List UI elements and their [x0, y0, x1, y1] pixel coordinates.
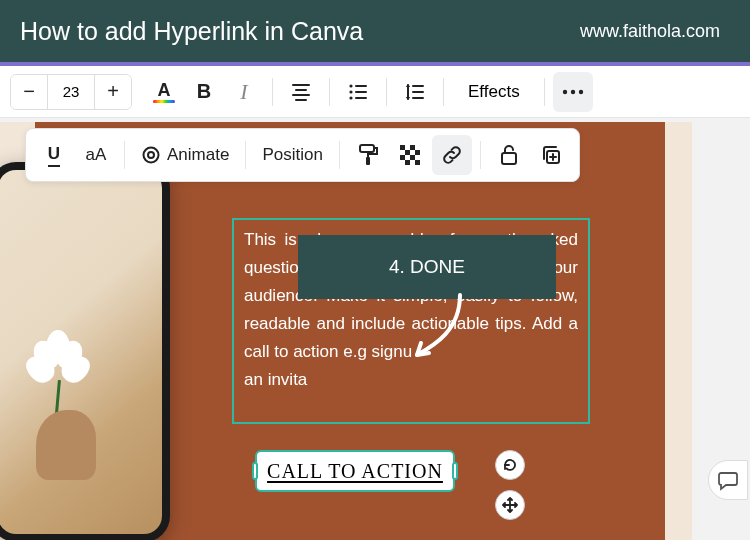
svg-rect-14 [400, 155, 405, 160]
unlock-icon [499, 144, 519, 166]
design-stage[interactable]: — — — — — This is where you add a freque… [0, 122, 692, 540]
more-icon [562, 89, 584, 95]
svg-rect-17 [415, 160, 420, 165]
divider [245, 141, 246, 169]
animate-icon [141, 145, 161, 165]
tutorial-source-url: www.faithola.com [580, 21, 720, 42]
lock-button[interactable] [489, 135, 529, 175]
move-icon [502, 497, 518, 513]
font-size-group: − + [10, 74, 132, 110]
svg-rect-10 [400, 145, 405, 150]
divider [386, 78, 387, 106]
divider [339, 141, 340, 169]
bold-button[interactable]: B [184, 72, 224, 112]
resize-handle-left[interactable] [252, 462, 258, 480]
position-button[interactable]: Position [254, 135, 330, 175]
tutorial-header: How to add Hyperlink in Canva www.faitho… [0, 0, 750, 62]
effects-label: Effects [468, 82, 520, 101]
svg-point-7 [148, 152, 154, 158]
bold-icon: B [197, 80, 211, 103]
style-copy-button[interactable] [348, 135, 388, 175]
font-size-increase-button[interactable]: + [95, 74, 131, 110]
divider [272, 78, 273, 106]
animate-label: Animate [167, 145, 229, 165]
text-case-icon: aA [86, 145, 107, 165]
spacing-icon [405, 83, 425, 101]
font-size-decrease-button[interactable]: − [11, 74, 47, 110]
link-button[interactable] [432, 135, 472, 175]
svg-point-4 [570, 89, 574, 93]
tutorial-step-label: 4. DONE [389, 256, 465, 278]
divider [544, 78, 545, 106]
svg-rect-8 [360, 145, 374, 152]
duplicate-button[interactable] [531, 135, 571, 175]
chat-icon [717, 469, 739, 491]
more-button[interactable] [553, 72, 593, 112]
tutorial-title: How to add Hyperlink in Canva [20, 17, 363, 46]
svg-point-2 [349, 96, 352, 99]
move-handle[interactable] [495, 490, 525, 520]
spacing-button[interactable] [395, 72, 435, 112]
annotation-arrow-icon [405, 290, 475, 370]
svg-rect-12 [405, 150, 410, 155]
svg-point-1 [349, 90, 352, 93]
text-case-button[interactable]: aA [76, 135, 116, 175]
cta-text[interactable]: CALL TO ACTION [267, 460, 443, 483]
position-label: Position [262, 145, 322, 165]
svg-rect-11 [410, 145, 415, 150]
alignment-button[interactable] [281, 72, 321, 112]
animate-button[interactable]: Animate [133, 135, 237, 175]
underline-button[interactable]: U [34, 135, 74, 175]
link-icon [441, 144, 463, 166]
secondary-toolbar: U aA Animate Position [25, 128, 580, 182]
underline-icon: U [48, 144, 60, 167]
cta-element[interactable]: CALL TO ACTION [255, 450, 455, 492]
svg-rect-9 [366, 157, 370, 165]
svg-rect-16 [405, 160, 410, 165]
hand-graphic [36, 410, 96, 480]
svg-point-3 [562, 89, 566, 93]
phone-screen-image [0, 170, 162, 534]
svg-point-6 [144, 148, 159, 163]
divider [329, 78, 330, 106]
rotate-icon [502, 457, 518, 473]
svg-point-0 [349, 84, 352, 87]
list-button[interactable] [338, 72, 378, 112]
align-center-icon [291, 83, 311, 101]
effects-button[interactable]: Effects [452, 72, 536, 112]
transparency-button[interactable] [390, 135, 430, 175]
italic-icon: I [240, 79, 247, 105]
text-color-button[interactable]: A [144, 72, 184, 112]
paint-roller-icon [358, 144, 378, 166]
phone-mockup[interactable] [0, 162, 170, 540]
duplicate-icon [541, 145, 561, 165]
rotate-handle[interactable] [495, 450, 525, 480]
svg-point-5 [578, 89, 582, 93]
transparency-icon [400, 145, 420, 165]
divider [124, 141, 125, 169]
resize-handle-right[interactable] [452, 462, 458, 480]
feedback-button[interactable] [708, 460, 748, 500]
svg-rect-13 [415, 150, 420, 155]
divider [443, 78, 444, 106]
svg-rect-18 [502, 153, 516, 164]
font-size-input[interactable] [47, 75, 95, 109]
svg-rect-15 [410, 155, 415, 160]
italic-button[interactable]: I [224, 72, 264, 112]
main-toolbar: − + A B I Effects [0, 62, 750, 118]
divider [480, 141, 481, 169]
list-icon [348, 84, 368, 100]
text-color-icon: A [153, 81, 175, 103]
